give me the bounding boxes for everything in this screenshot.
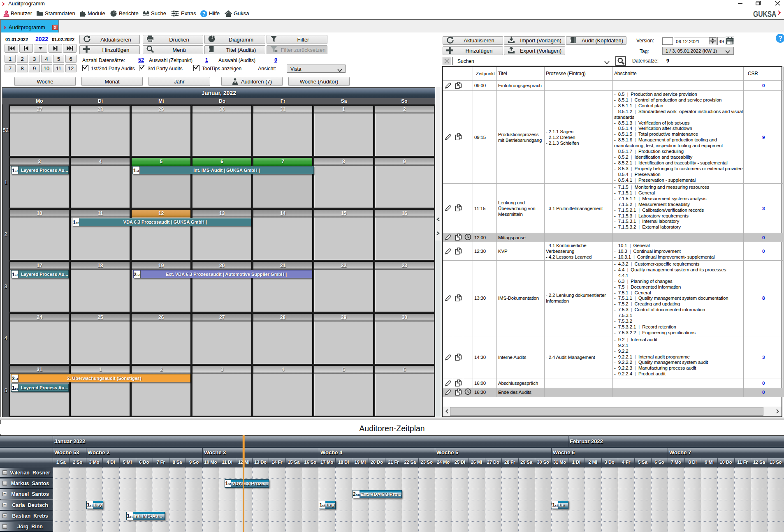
svg-text:?: ? (202, 11, 205, 17)
svg-text:?: ? (778, 35, 782, 42)
